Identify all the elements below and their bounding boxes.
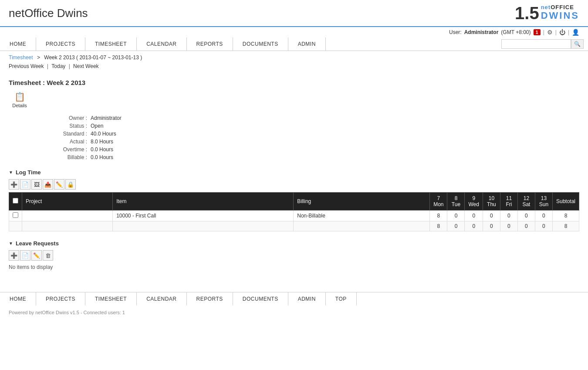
th-day12: 12 Sat — [517, 193, 535, 210]
totals-d7: 8 — [430, 221, 447, 231]
row-d10: 0 — [483, 210, 500, 221]
copy-icon[interactable]: 📄 — [20, 179, 30, 190]
lr-add-icon[interactable]: ➕ — [9, 250, 19, 261]
log-time-arrow: ▼ — [9, 170, 13, 175]
th-day8: 8 Tue — [447, 193, 465, 210]
th-day13: 13 Sun — [535, 193, 552, 210]
week-nav: Previous Week | Today | Next Week — [0, 62, 588, 75]
logo-dwins: DWINS — [541, 10, 579, 21]
lr-delete-icon[interactable]: 🗑 — [43, 250, 53, 261]
notification-badge[interactable]: 1 — [534, 29, 541, 35]
nav-item-home[interactable]: HOME — [0, 37, 36, 51]
row-select-checkbox[interactable] — [13, 212, 18, 218]
totals-checkbox-cell — [9, 221, 22, 231]
leave-requests-header[interactable]: ▼ Leave Requests — [9, 240, 579, 247]
nav-item-admin[interactable]: ADMIN — [288, 37, 326, 51]
breadcrumb-timesheet-link[interactable]: Timesheet — [9, 54, 33, 61]
pipe1: | — [47, 63, 50, 69]
search-input[interactable] — [501, 39, 571, 49]
image-icon[interactable]: 🖼 — [31, 179, 42, 190]
logo-version: 1.5 — [515, 4, 539, 22]
leave-requests-toolbar: ➕ 📄 ✏️ 🗑 — [9, 250, 579, 261]
breadcrumb-week: Week 2 2013 ( 2013-01-07 ~ 2013-01-13 ) — [44, 54, 142, 61]
overtime-row: Overtime : 0.0 Hours — [35, 146, 579, 153]
th-checkbox — [9, 193, 22, 210]
select-all-checkbox[interactable] — [13, 198, 18, 204]
nav-item-timesheet[interactable]: TIMESHEET — [85, 37, 137, 51]
separator1: | — [543, 29, 544, 35]
th-day11: 11 Fri — [500, 193, 517, 210]
owner-label: Owner : — [35, 115, 87, 121]
totals-row: 8 0 0 0 0 0 0 8 — [9, 221, 579, 231]
status-label: Status : — [35, 123, 87, 129]
logo-right: netOFFICE DWINS — [541, 4, 579, 21]
row-d9: 0 — [465, 210, 483, 221]
totals-project-cell — [22, 221, 113, 231]
info-table: Owner : Administrator Status : Open Stan… — [35, 115, 579, 160]
standard-row: Standard : 40.0 Hours — [35, 131, 579, 137]
row-subtotal: 8 — [552, 210, 579, 221]
row-item: 10000 - First Call — [113, 210, 294, 221]
log-time-header[interactable]: ▼ Log Time — [9, 169, 579, 176]
overtime-label: Overtime : — [35, 146, 87, 153]
standard-value: 40.0 Hours — [91, 131, 116, 137]
status-value: Open — [91, 123, 103, 129]
totals-item-cell — [113, 221, 294, 231]
footer-nav-item-admin[interactable]: ADMIN — [288, 292, 326, 306]
user-icon[interactable]: 👤 — [572, 29, 579, 36]
th-day10: 10 Thu — [483, 193, 500, 210]
totals-billing-cell — [294, 221, 430, 231]
th-day9: 9 Wed — [465, 193, 483, 210]
next-week-link[interactable]: Next Week — [73, 63, 98, 69]
settings-icon[interactable]: ⚙ — [547, 29, 553, 36]
status-row: Status : Open — [35, 123, 579, 129]
leave-requests-label: Leave Requests — [16, 240, 59, 247]
details-icon[interactable]: 📋 — [14, 91, 26, 103]
previous-week-link[interactable]: Previous Week — [9, 63, 44, 69]
breadcrumb: Timesheet > Week 2 2013 ( 2013-01-07 ~ 2… — [0, 51, 588, 62]
row-d13: 0 — [535, 210, 552, 221]
overtime-value: 0.0 Hours — [91, 146, 113, 153]
add-row-icon[interactable]: ➕ — [9, 179, 19, 190]
logo-area: 1.5 netOFFICE DWINS — [515, 4, 579, 22]
nav-item-reports[interactable]: REPORTS — [187, 37, 233, 51]
leave-requests-arrow: ▼ — [9, 241, 13, 246]
footer-nav: HOME PROJECTS TIMESHEET CALENDAR REPORTS… — [0, 292, 588, 306]
footer-nav-item-timesheet[interactable]: TIMESHEET — [85, 292, 137, 306]
no-items-text: No items to display — [9, 264, 579, 270]
footer-nav-item-projects[interactable]: PROJECTS — [36, 292, 85, 306]
search-button[interactable]: 🔍 — [571, 39, 584, 49]
page-title: Timesheet : Week 2 2013 — [9, 79, 579, 86]
power-icon[interactable]: ⏻ — [559, 29, 565, 36]
billable-row: Billable : 0.0 Hours — [35, 154, 579, 160]
app-title: netOffice Dwins — [9, 7, 88, 20]
row-billing: Non-Billable — [294, 210, 430, 221]
totals-d10: 0 — [483, 221, 500, 231]
footer-nav-item-documents[interactable]: DOCUMENTS — [233, 292, 288, 306]
separator3: | — [568, 29, 569, 35]
edit-icon[interactable]: ✏️ — [54, 179, 64, 190]
footer-nav-item-home[interactable]: HOME — [0, 292, 36, 306]
owner-value: Administrator — [91, 115, 122, 121]
row-d8: 0 — [447, 210, 465, 221]
export-icon[interactable]: 📤 — [43, 179, 53, 190]
row-d7: 8 — [430, 210, 447, 221]
nav-item-documents[interactable]: DOCUMENTS — [233, 37, 288, 51]
lock-icon[interactable]: 🔒 — [65, 179, 76, 190]
row-project — [22, 210, 113, 221]
lr-edit-icon[interactable]: ✏️ — [31, 250, 42, 261]
nav-item-projects[interactable]: PROJECTS — [36, 37, 85, 51]
totals-d9: 0 — [465, 221, 483, 231]
user-name: Administrator — [464, 29, 499, 35]
main-content: Timesheet : Week 2 2013 📋 Details Owner … — [0, 75, 588, 283]
logo-net-office: netOFFICE — [541, 4, 579, 10]
th-billing: Billing — [294, 193, 430, 210]
today-link[interactable]: Today — [51, 63, 65, 69]
footer-nav-item-reports[interactable]: REPORTS — [187, 292, 233, 306]
breadcrumb-separator: > — [37, 54, 40, 61]
lr-copy-icon[interactable]: 📄 — [20, 250, 30, 261]
separator2: | — [555, 29, 557, 35]
nav-item-calendar[interactable]: CALENDAR — [137, 37, 186, 51]
footer-nav-item-top[interactable]: TOP — [326, 292, 357, 306]
footer-nav-item-calendar[interactable]: CALENDAR — [137, 292, 186, 306]
